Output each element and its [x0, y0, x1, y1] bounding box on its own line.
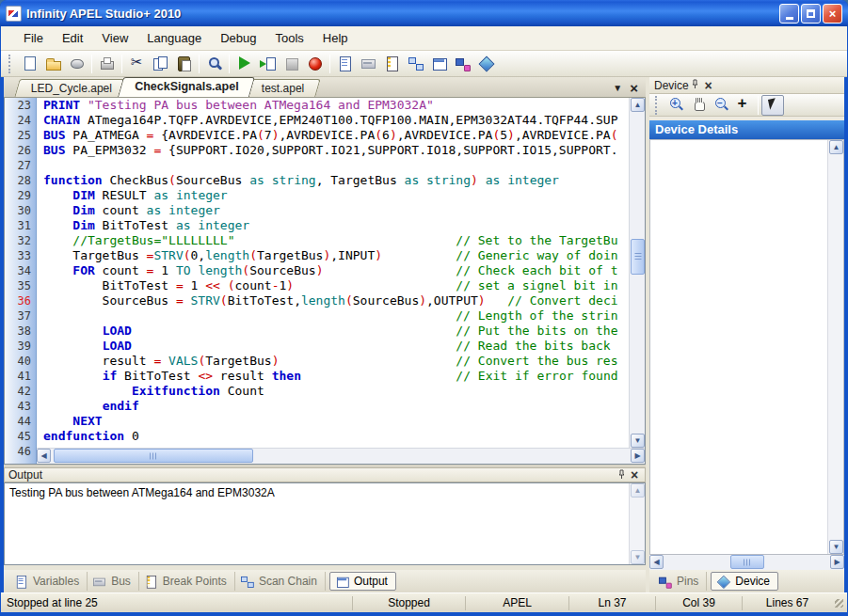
code-line[interactable]: Exitfunction Count — [38, 384, 629, 399]
editor-tab[interactable]: LED_Cycle.apel — [14, 79, 128, 97]
code-line[interactable]: BitToTest = 1 << (count-1) // set a sign… — [38, 278, 629, 293]
device-toolbar-button[interactable] — [687, 95, 710, 116]
toolbar-button[interactable] — [427, 52, 451, 75]
code-line[interactable]: BUS PA_EPM3032 = {SUPPORT.IO20,SUPPORT.I… — [38, 143, 629, 158]
toolbar-grip[interactable] — [8, 55, 14, 73]
tab-list-dropdown-icon[interactable]: ▼ — [613, 83, 622, 93]
toolbar-button[interactable] — [256, 52, 280, 75]
toolbar-button[interactable] — [41, 52, 65, 75]
scroll-down-icon[interactable]: ▼ — [829, 540, 843, 554]
scroll-down-icon[interactable]: ▼ — [631, 550, 645, 564]
editor-vertical-scrollbar[interactable]: ▲ ▼ — [629, 98, 645, 448]
scroll-up-icon[interactable]: ▲ — [631, 98, 645, 112]
editor-tab[interactable]: test.apel — [245, 79, 321, 97]
line-number[interactable]: 36 — [5, 293, 36, 308]
line-number[interactable]: 41 — [5, 369, 36, 384]
line-number[interactable]: 45 — [5, 429, 36, 444]
minimize-button[interactable] — [779, 4, 799, 24]
device-toolbar-button[interactable] — [761, 95, 784, 116]
toolbar-button[interactable] — [18, 52, 41, 75]
code-line[interactable]: function CheckBus(SourceBus as string, T… — [38, 173, 629, 188]
menu-item[interactable]: File — [14, 28, 53, 48]
code-line[interactable]: result = VALS(TargetBus) // Convert the … — [38, 354, 629, 369]
device-toolbar-button[interactable] — [732, 95, 755, 116]
maximize-button[interactable] — [801, 4, 821, 24]
device-tab[interactable]: Pins — [653, 572, 707, 591]
toolbar-button[interactable] — [202, 52, 226, 75]
device-horizontal-scrollbar[interactable]: ◀ ▶ — [649, 555, 844, 570]
line-number[interactable]: 39 — [5, 339, 36, 354]
code-line[interactable]: DIM RESULT as integer — [38, 188, 629, 203]
toolbar-button[interactable] — [380, 52, 404, 75]
menu-item[interactable]: Help — [313, 28, 358, 48]
code-line[interactable]: //TargetBus="LLLLLLLL" // Set to the Tar… — [38, 233, 629, 248]
code-line[interactable]: SourceBus = STRV(BitToTest,length(Source… — [38, 293, 629, 308]
menu-item[interactable]: Debug — [211, 28, 265, 48]
editor-tab[interactable]: CheckSignals.apel — [118, 77, 255, 97]
scroll-up-icon[interactable]: ▲ — [829, 140, 843, 154]
line-number[interactable]: 38 — [5, 324, 36, 339]
device-toolbar-grip[interactable] — [655, 96, 661, 115]
toolbar-button[interactable] — [65, 52, 88, 75]
bottom-tab[interactable]: Output — [329, 572, 396, 591]
device-close-icon[interactable]: × — [702, 81, 715, 90]
scroll-left-icon[interactable]: ◀ — [649, 555, 664, 569]
code-line[interactable]: PRINT "Testing PA bus between ATMega164 … — [38, 98, 629, 113]
editor-horizontal-scrollbar[interactable]: ◀ ▶ — [37, 448, 645, 464]
scroll-left-icon[interactable]: ◀ — [37, 449, 51, 463]
code-line[interactable]: NEXT — [38, 414, 629, 429]
scroll-up-icon[interactable]: ▲ — [631, 483, 645, 498]
code-line[interactable]: LOAD // Put the bits on the — [38, 324, 629, 339]
bottom-tab[interactable]: Variables — [9, 572, 88, 591]
scroll-down-icon[interactable]: ▼ — [631, 434, 645, 448]
line-number[interactable]: 35 — [5, 278, 36, 293]
toolbar-button[interactable] — [333, 52, 357, 75]
toolbar-button[interactable] — [357, 52, 380, 75]
code-line[interactable]: endfunction 0 — [38, 429, 629, 444]
toolbar-button[interactable] — [232, 52, 256, 75]
toolbar-button[interactable] — [125, 52, 149, 75]
line-number[interactable]: 28 — [5, 173, 36, 188]
menu-item[interactable]: Edit — [53, 28, 92, 48]
device-details-content[interactable]: ▲ ▼ — [649, 139, 844, 555]
device-toolbar-button[interactable] — [710, 95, 732, 116]
line-number[interactable]: 31 — [5, 218, 36, 233]
code-line[interactable] — [38, 158, 629, 173]
toolbar-button[interactable] — [280, 52, 303, 75]
code-line[interactable]: Dim count as integer — [38, 203, 629, 218]
code-line[interactable]: endif — [38, 399, 629, 414]
line-number[interactable]: 33 — [5, 248, 36, 263]
device-vertical-scrollbar[interactable]: ▲ ▼ — [827, 140, 843, 554]
code-line[interactable]: FOR count = 1 TO length(SourceBus) // Ch… — [38, 263, 629, 278]
line-number[interactable]: 27 — [5, 158, 36, 173]
toolbar-button[interactable] — [451, 52, 474, 75]
line-number[interactable]: 42 — [5, 384, 36, 399]
code-line[interactable]: CHAIN ATmega164P.TQFP.AVRDEVICE,EPM240T1… — [38, 113, 629, 128]
line-number[interactable]: 46 — [5, 444, 36, 459]
toolbar-button[interactable] — [172, 52, 196, 75]
code-line[interactable]: Dim BitToTest as integer — [38, 218, 629, 233]
device-hscroll-thumb[interactable] — [730, 555, 764, 569]
code-line[interactable]: if BitToTest <> result then // Exit if e… — [38, 369, 629, 384]
scroll-right-icon[interactable]: ▶ — [631, 449, 645, 463]
line-number[interactable]: 23 — [5, 98, 36, 113]
line-number[interactable]: 34 — [5, 263, 36, 278]
code-line[interactable]: BUS PA_ATMEGA = {AVRDEVICE.PA(7),AVRDEVI… — [38, 128, 629, 143]
code-editor[interactable]: 2324252627282930313233343536373839404142… — [4, 98, 646, 465]
output-close-icon[interactable]: × — [628, 470, 641, 480]
bottom-tab[interactable]: Bus — [88, 572, 139, 591]
close-button[interactable]: × — [823, 4, 842, 24]
editor-hscroll-thumb[interactable] — [54, 449, 253, 463]
line-number[interactable]: 26 — [5, 143, 36, 158]
line-number[interactable]: 29 — [5, 188, 36, 203]
device-tab[interactable]: Device — [711, 572, 778, 591]
output-pin-icon[interactable] — [615, 469, 628, 482]
toolbar-button[interactable] — [303, 52, 327, 75]
menu-item[interactable]: View — [92, 28, 137, 48]
line-number[interactable]: 30 — [5, 203, 36, 218]
code-area[interactable]: PRINT "Testing PA bus between ATMega164 … — [38, 98, 629, 448]
menu-item[interactable]: Language — [137, 28, 211, 48]
code-line[interactable]: // Length of the strin — [38, 308, 629, 324]
device-pin-icon[interactable] — [689, 79, 702, 91]
output-content[interactable]: Testing PA bus between ATMega164 and EPM… — [4, 482, 646, 565]
